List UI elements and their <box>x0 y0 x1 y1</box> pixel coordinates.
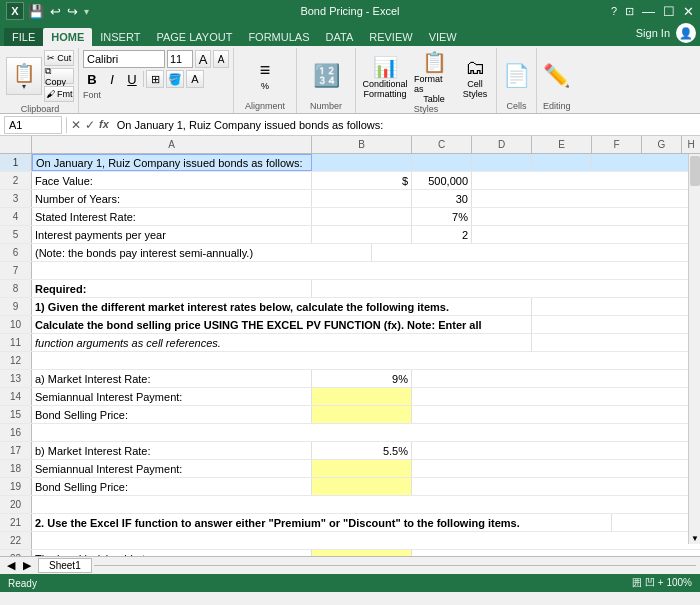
cell-a8[interactable]: Required: <box>32 280 312 297</box>
cell-c4[interactable]: 7% <box>412 208 472 225</box>
cell-c5[interactable]: 2 <box>412 226 472 243</box>
paste-button[interactable]: 📋▾ <box>6 57 42 95</box>
format-painter-button[interactable]: 🖌 Fmt <box>44 86 74 102</box>
formula-content[interactable]: On January 1, Ruiz Company issued bonds … <box>113 119 696 131</box>
fill-color-button[interactable]: 🪣 <box>166 70 184 88</box>
font-name-box[interactable]: Calibri <box>83 50 165 68</box>
cells-area: 📄 <box>503 50 530 101</box>
cell-a11[interactable]: function arguments as cell references. <box>32 334 532 351</box>
customize-quick-btn[interactable]: ▾ <box>84 6 89 17</box>
sheet-tab-active[interactable]: Sheet1 <box>38 558 92 573</box>
cell-rest22 <box>32 532 700 549</box>
maximize-btn[interactable]: ☐ <box>663 4 675 19</box>
scroll-down-btn[interactable]: ▼ <box>689 532 700 544</box>
sign-in-link[interactable]: Sign In <box>636 27 670 39</box>
col-header-h: H <box>682 136 700 153</box>
font-color-button[interactable]: A <box>186 70 204 88</box>
cell-b3[interactable] <box>312 190 412 207</box>
cell-b2[interactable]: $ <box>312 172 412 189</box>
cell-a6[interactable]: (Note: the bonds pay interest semi-annua… <box>32 244 372 261</box>
ribbon-toggle-btn[interactable]: ⊡ <box>625 5 634 18</box>
tab-formulas[interactable]: FORMULAS <box>240 28 317 46</box>
user-avatar[interactable]: 👤 <box>676 23 696 43</box>
sheet-next-btn[interactable]: ▶ <box>20 559 34 572</box>
cell-a3[interactable]: Number of Years: <box>32 190 312 207</box>
cell-a15[interactable]: Bond Selling Price: <box>32 406 312 423</box>
tab-file[interactable]: FILE <box>4 28 43 46</box>
italic-button[interactable]: I <box>103 70 121 88</box>
cell-b4[interactable] <box>312 208 412 225</box>
cell-b15[interactable] <box>312 406 412 423</box>
cell-a14[interactable]: Semiannual Interest Payment: <box>32 388 312 405</box>
cell-b13[interactable]: 9% <box>312 370 412 387</box>
cell-b17[interactable]: 5.5% <box>312 442 412 459</box>
cell-b18[interactable] <box>312 460 412 477</box>
close-btn[interactable]: ✕ <box>683 4 694 19</box>
decrease-font-btn[interactable]: A <box>213 50 229 68</box>
table-row: 8 Required: <box>0 280 700 298</box>
cell-c1[interactable] <box>412 154 472 171</box>
cell-reference-box[interactable]: A1 <box>4 116 62 134</box>
alignment-icon: ≡ <box>260 60 271 81</box>
row-num: 22 <box>0 532 32 549</box>
formula-confirm-icon[interactable]: ✓ <box>85 118 95 132</box>
increase-font-btn[interactable]: A <box>195 50 211 68</box>
vertical-scrollbar[interactable]: ▼ <box>688 154 700 544</box>
minimize-btn[interactable]: — <box>642 4 655 19</box>
ribbon-group-cells: 📄 Cells <box>497 48 537 113</box>
cell-d1[interactable] <box>472 154 532 171</box>
row-num: 8 <box>0 280 32 297</box>
row-num: 9 <box>0 298 32 315</box>
cell-b14[interactable] <box>312 388 412 405</box>
undo-quick-btn[interactable]: ↩ <box>50 4 61 19</box>
cell-c3[interactable]: 30 <box>412 190 472 207</box>
col-header-f: F <box>592 136 642 153</box>
cell-styles-button[interactable]: 🗂 Cell Styles <box>458 56 492 99</box>
cell-a10[interactable]: Calculate the bond selling price USING T… <box>32 316 532 333</box>
save-quick-btn[interactable]: 💾 <box>28 4 44 19</box>
font-size-box[interactable]: 11 <box>167 50 193 68</box>
cell-b23[interactable] <box>312 550 412 556</box>
tab-insert[interactable]: INSERT <box>92 28 148 46</box>
cell-b5[interactable] <box>312 226 412 243</box>
underline-button[interactable]: U <box>123 70 141 88</box>
formula-cancel-icon[interactable]: ✕ <box>71 118 81 132</box>
help-btn[interactable]: ? <box>611 5 617 17</box>
cell-rest16 <box>32 424 700 441</box>
cell-a23[interactable]: The bond in (a) sold at a: <box>32 550 312 556</box>
sheet-prev-btn[interactable]: ◀ <box>4 559 18 572</box>
tab-home[interactable]: HOME <box>43 28 92 46</box>
cell-a17[interactable]: b) Market Interest Rate: <box>32 442 312 459</box>
cell-e1[interactable] <box>532 154 592 171</box>
tab-page-layout[interactable]: PAGE LAYOUT <box>148 28 240 46</box>
borders-button[interactable]: ⊞ <box>146 70 164 88</box>
tab-view[interactable]: VIEW <box>421 28 465 46</box>
row-num: 13 <box>0 370 32 387</box>
copy-button[interactable]: ⧉ Copy <box>44 68 74 84</box>
cut-button[interactable]: ✂ Cut <box>44 50 74 66</box>
redo-quick-btn[interactable]: ↪ <box>67 4 78 19</box>
tab-review[interactable]: REVIEW <box>361 28 420 46</box>
cell-rest15 <box>412 406 700 423</box>
format-as-table-button[interactable]: 📋 Format as Table <box>414 50 454 104</box>
cell-a1[interactable]: On January 1, Ruiz Company issued bonds … <box>32 154 312 171</box>
cell-a2[interactable]: Face Value: <box>32 172 312 189</box>
table-row: 23 The bond in (a) sold at a: <box>0 550 700 556</box>
cell-a19[interactable]: Bond Selling Price: <box>32 478 312 495</box>
bold-button[interactable]: B <box>83 70 101 88</box>
cell-a18[interactable]: Semiannual Interest Payment: <box>32 460 312 477</box>
cell-a9[interactable]: 1) Given the different market interest r… <box>32 298 532 315</box>
ribbon-group-styles: 📊 Conditional Formatting 📋 Format as Tab… <box>356 48 497 113</box>
formula-fx-icon[interactable]: fx <box>99 118 109 132</box>
cell-a4[interactable]: Stated Interest Rate: <box>32 208 312 225</box>
cell-b1[interactable] <box>312 154 412 171</box>
cell-b19[interactable] <box>312 478 412 495</box>
cell-a21[interactable]: 2. Use the Excel IF function to answer e… <box>32 514 612 531</box>
row-num: 4 <box>0 208 32 225</box>
scrollbar-thumb[interactable] <box>690 156 700 186</box>
conditional-formatting-button[interactable]: 📊 Conditional Formatting <box>360 55 410 99</box>
cell-a13[interactable]: a) Market Interest Rate: <box>32 370 312 387</box>
cell-c2[interactable]: 500,000 <box>412 172 472 189</box>
tab-data[interactable]: DATA <box>318 28 362 46</box>
cell-a5[interactable]: Interest payments per year <box>32 226 312 243</box>
